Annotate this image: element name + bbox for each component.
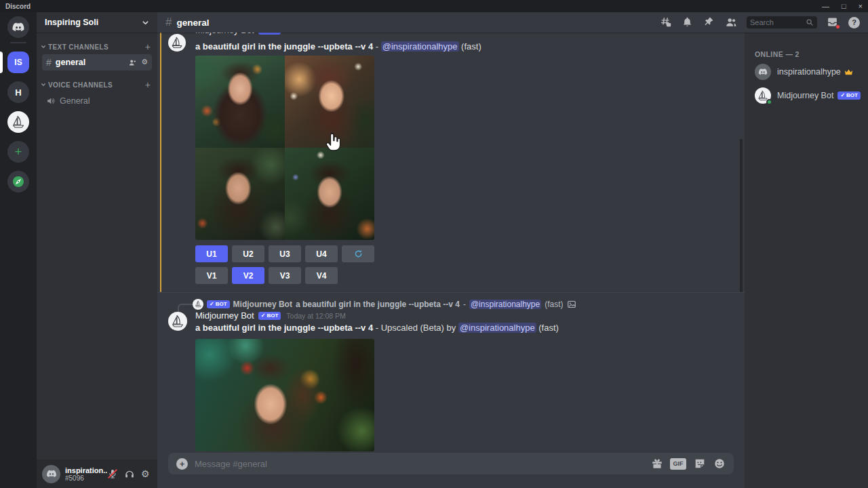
threads-icon[interactable] [660, 16, 672, 28]
channel-toolbar: # general [157, 12, 868, 33]
variation-1-button[interactable]: V1 [195, 267, 228, 284]
gift-icon[interactable] [650, 458, 663, 470]
discord-logo-icon [45, 468, 58, 480]
channel-name: General [60, 96, 90, 106]
invite-people-icon[interactable] [128, 58, 137, 67]
sidebar-item-general-voice[interactable]: General [42, 94, 152, 108]
message-scroller: Midjourney Bot ✓BOT a beautiful girl in … [157, 33, 745, 453]
variation-4-button[interactable]: V4 [305, 267, 338, 284]
reply-author-name: Midjourney Bot [233, 300, 292, 309]
member-row-inspirationalhype[interactable]: inspirationalhype [750, 61, 863, 83]
channel-sidebar: Inspiring Soli TEXT CHANNELS + # general… [37, 12, 157, 488]
channel-settings-gear-icon[interactable]: ⚙ [141, 57, 148, 68]
grid-image-variant-2 [285, 56, 374, 148]
server-name: Inspiring Soli [45, 18, 142, 27]
maximize-button[interactable]: □ [842, 0, 846, 12]
refresh-icon [353, 249, 363, 259]
bot-badge: ✓BOT [207, 300, 230, 308]
message-header: Midjourney Bot ✓BOT Today at 12:08 PM [195, 310, 346, 321]
member-list-toggle-icon[interactable] [725, 16, 737, 28]
user-discriminator: #5096 [65, 474, 107, 482]
category-label: TEXT CHANNELS [48, 43, 145, 51]
chevron-down-icon [142, 19, 149, 26]
discord-logo-icon [11, 20, 26, 35]
notifications-bell-icon[interactable] [682, 16, 694, 28]
minimize-button[interactable]: — [822, 0, 829, 12]
sailboat-icon [10, 114, 26, 130]
user-avatar[interactable] [42, 465, 60, 483]
bot-badge: ✓BOT [258, 33, 281, 35]
variation-button-row: V1 V2 V3 V4 [195, 267, 338, 284]
inbox-icon[interactable] [827, 16, 839, 28]
verified-check-icon: ✓ [840, 92, 845, 99]
author-name[interactable]: Midjourney Bot [195, 33, 254, 35]
message-text: a beautiful girl in the junggle --upbeta… [195, 41, 481, 52]
upscaled-image[interactable] [195, 339, 374, 451]
microphone-muted-icon[interactable] [107, 468, 118, 479]
midjourney-bot-avatar[interactable] [168, 34, 186, 52]
reply-preview[interactable]: ✓BOT Midjourney Bot a beautiful girl in … [193, 298, 739, 310]
server-icon-inspiring-soli[interactable]: IS [7, 52, 29, 73]
message-header-clipped: Midjourney Bot ✓BOT [195, 33, 281, 35]
create-channel-button[interactable]: + [145, 42, 151, 52]
message-timestamp: Today at 12:08 PM [286, 312, 346, 320]
hash-icon: # [46, 57, 52, 68]
author-name[interactable]: Midjourney Bot [195, 310, 254, 321]
speaker-icon [46, 96, 56, 106]
variation-2-button[interactable]: V2 [232, 267, 264, 284]
hash-icon: # [165, 16, 172, 29]
discord-logo-icon [757, 66, 768, 77]
server-icon-h[interactable]: H [7, 81, 29, 103]
sidebar-item-general-text[interactable]: # general ⚙ [42, 54, 152, 70]
create-channel-button[interactable]: + [145, 80, 151, 89]
upscale-3-button[interactable]: U3 [269, 245, 301, 262]
reroll-button[interactable] [342, 245, 374, 262]
grid-image-variant-3 [195, 148, 285, 240]
pinned-messages-icon[interactable] [703, 16, 715, 28]
upscale-1-button[interactable]: U1 [195, 245, 228, 262]
help-icon[interactable]: ? [848, 17, 860, 28]
explore-button[interactable] [7, 171, 29, 192]
close-button[interactable]: × [859, 0, 863, 12]
gif-picker-button[interactable]: GIF [670, 458, 686, 470]
upscale-button-row: U1 U2 U3 U4 [195, 245, 374, 262]
reply-connector-line [178, 304, 194, 312]
search-input[interactable] [750, 18, 806, 26]
sailboat-icon [194, 300, 203, 308]
attach-file-button[interactable]: + [176, 458, 188, 470]
headphones-icon[interactable] [124, 468, 135, 479]
variation-3-button[interactable]: V3 [269, 267, 301, 284]
user-info[interactable]: inspiration... #5096 [65, 466, 107, 482]
upscale-4-button[interactable]: U4 [305, 245, 338, 262]
server-icon-midjourney[interactable] [7, 111, 29, 133]
midjourney-bot-avatar[interactable] [168, 312, 187, 331]
add-server-button[interactable]: + [7, 141, 29, 163]
grid-image-variant-1 [195, 56, 285, 148]
message-input[interactable] [195, 459, 650, 469]
settings-gear-icon[interactable]: ⚙ [141, 468, 152, 479]
chat-scrollbar[interactable] [740, 139, 743, 292]
category-text-channels[interactable]: TEXT CHANNELS + [37, 42, 157, 52]
mention-inspirationalhype[interactable]: @inspirationalhype [381, 41, 459, 52]
bot-badge: ✓BOT [837, 92, 861, 100]
upscale-2-button[interactable]: U2 [232, 245, 264, 262]
emoji-picker-icon[interactable] [713, 458, 726, 470]
verified-check-icon: ✓ [210, 301, 214, 308]
sailboat-icon [170, 35, 184, 50]
mention-inspirationalhype[interactable]: @inspirationalhype [469, 300, 541, 309]
sticker-icon[interactable] [693, 458, 706, 470]
server-header[interactable]: Inspiring Soli [37, 12, 157, 33]
chevron-down-icon [41, 82, 46, 87]
member-row-midjourney-bot[interactable]: Midjourney Bot ✓BOT [750, 85, 863, 106]
sailboat-icon [170, 313, 186, 329]
home-button[interactable] [7, 16, 29, 38]
category-voice-channels[interactable]: VOICE CHANNELS + [37, 80, 157, 89]
search-box [747, 16, 817, 28]
online-status-dot [766, 99, 772, 105]
mention-inspirationalhype[interactable]: @inspirationalhype [458, 323, 536, 333]
midjourney-grid-image[interactable] [195, 56, 374, 240]
channel-name: general [56, 58, 128, 67]
message-input-bar: + GIF [168, 453, 734, 474]
bot-badge: ✓BOT [258, 312, 281, 320]
image-attachment-icon [567, 300, 576, 309]
